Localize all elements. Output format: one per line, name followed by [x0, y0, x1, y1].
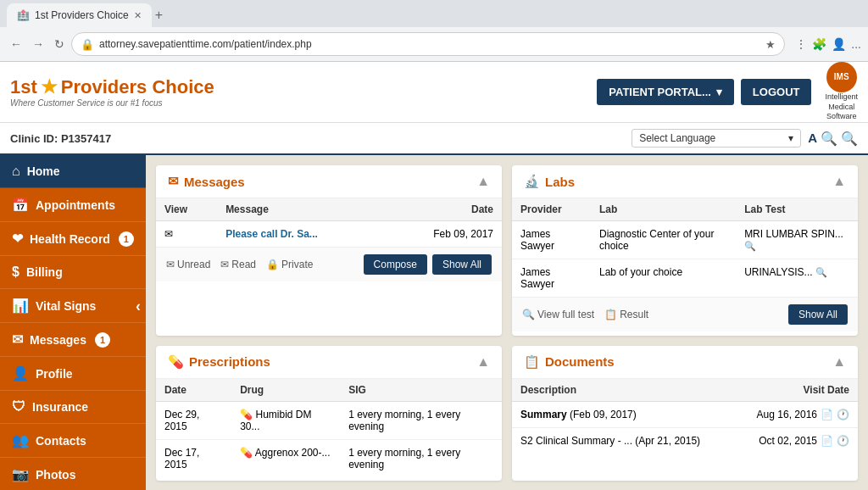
sidebar-item-vital-signs[interactable]: 📊 Vital Signs ‹ — [0, 289, 146, 323]
lab-search-icon[interactable]: 🔍 — [744, 241, 756, 251]
prescriptions-card-header: 💊 Prescriptions ▲ — [156, 346, 502, 379]
refresh-button[interactable]: ↻ — [51, 34, 68, 54]
result-link[interactable]: 📋 Result — [604, 309, 648, 320]
a-icon[interactable]: A — [808, 131, 817, 147]
mail-icon: ✉ — [164, 228, 173, 240]
sidebar-item-label: Profile — [36, 367, 73, 381]
photos-icon: 📷 — [12, 466, 29, 482]
patient-portal-button[interactable]: PATIENT PORTAL... ▾ — [597, 79, 734, 105]
sidebar-item-photos[interactable]: 📷 Photos — [0, 458, 146, 490]
doc-date-cell: Aug 16, 2016 📄 🕐 — [734, 402, 858, 428]
view-cell: ✉ — [156, 221, 217, 248]
doc-clock-icon[interactable]: 🕐 — [837, 409, 849, 420]
ims-logo: IMS Intelligent Medical Software — [825, 62, 858, 122]
url-text: attorney.savepatienttime.com/patient/ind… — [99, 38, 760, 50]
menu-button[interactable]: ⋮ — [795, 37, 807, 51]
col-lab: Lab — [591, 198, 736, 221]
sidebar-item-label: Photos — [36, 468, 75, 482]
sidebar-item-home[interactable]: ⌂ Home — [0, 155, 146, 188]
sidebar-item-label: Billing — [26, 265, 63, 279]
profile-button[interactable]: 👤 — [832, 37, 846, 51]
labs-card-header: 🔬 Labs ▲ — [512, 165, 858, 198]
back-button[interactable]: ← — [7, 34, 25, 54]
browser-chrome: 🏥 1st Providers Choice ✕ + ← → ↻ 🔒 attor… — [0, 0, 868, 62]
documents-card-body: Description Visit Date Summary (Feb 09, … — [512, 379, 858, 454]
result-icon: 📋 — [604, 309, 617, 320]
sidebar-item-messages[interactable]: ✉ Messages 1 — [0, 323, 146, 357]
messages-title-icon: ✉ — [168, 174, 179, 189]
compose-button[interactable]: Compose — [364, 254, 427, 275]
health-record-badge: 1 — [119, 231, 134, 247]
doc-clock-icon-2[interactable]: 🕐 — [837, 435, 849, 447]
logo-suffix: Providers Choice — [61, 76, 214, 98]
read-filter[interactable]: ✉ Read — [220, 259, 256, 270]
labs-card-title: 🔬 Labs — [524, 174, 575, 189]
search-icon-2[interactable]: 🔍 — [841, 131, 858, 147]
col-sig: SIG — [340, 379, 502, 402]
sidebar-item-insurance[interactable]: 🛡 Insurance — [0, 391, 146, 424]
active-tab[interactable]: 🏥 1st Providers Choice ✕ — [7, 3, 152, 27]
table-row: James Sawyer Lab of your choice URINALYS… — [512, 259, 858, 298]
sidebar-item-label: Home — [27, 164, 60, 178]
col-lab-test: Lab Test — [736, 198, 858, 221]
rx-date-cell: Dec 29, 2015 — [156, 401, 231, 439]
col-description: Description — [512, 379, 734, 402]
more-button[interactable]: ... — [851, 37, 861, 51]
sidebar-item-appointments[interactable]: 📅 Appointments — [0, 188, 146, 222]
messages-card-header: ✉ Messages ▲ — [156, 165, 502, 198]
sidebar-item-billing[interactable]: $ Billing — [0, 256, 146, 289]
sidebar-item-label: Contacts — [36, 434, 86, 448]
logout-button[interactable]: LOGOUT — [741, 79, 812, 105]
sidebar-item-label: Health Record — [30, 232, 110, 246]
sidebar-item-label: Messages — [30, 333, 86, 347]
content-area: ✉ Messages ▲ View Message Date — [146, 155, 868, 490]
dropdown-icon: ▾ — [716, 86, 722, 98]
lab-search-icon-2[interactable]: 🔍 — [815, 267, 827, 277]
messages-card-title: ✉ Messages — [168, 174, 245, 189]
documents-table: Description Visit Date Summary (Feb 09, … — [512, 379, 858, 454]
vital-signs-icon: 📊 — [12, 298, 29, 314]
private-filter[interactable]: 🔒 Private — [266, 259, 313, 270]
labs-showall-button[interactable]: Show All — [788, 304, 848, 325]
table-row: ✉ Please call Dr. Sa... Feb 09, 2017 — [156, 221, 502, 248]
search-icon[interactable]: 🔍 — [821, 131, 837, 147]
extensions-button[interactable]: 🧩 — [812, 37, 826, 51]
browser-nav: ← → ↻ 🔒 attorney.savepatienttime.com/pat… — [0, 27, 868, 61]
collapse-sidebar-btn[interactable]: ‹ — [136, 297, 146, 315]
pill-icon: 💊 — [240, 409, 253, 420]
messages-card-footer: ✉ Unread ✉ Read 🔒 Private Compose Show A… — [156, 247, 502, 281]
date-cell: Feb 09, 2017 — [384, 221, 502, 248]
search-icons: A 🔍 🔍 — [808, 131, 858, 147]
new-tab-button[interactable]: + — [155, 8, 163, 23]
ims-text: Intelligent Medical Software — [825, 92, 858, 122]
sidebar-item-profile[interactable]: 👤 Profile — [0, 357, 146, 391]
sidebar-item-health-record[interactable]: ❤ Health Record 1 — [0, 222, 146, 256]
labs-table: Provider Lab Lab Test James Sawyer Diagn… — [512, 198, 858, 297]
lab-cell: Lab of your choice — [591, 259, 736, 298]
logo-star: ★ — [41, 76, 58, 98]
messages-showall-button[interactable]: Show All — [432, 254, 492, 275]
view-full-test-link[interactable]: 🔍 View full test — [522, 309, 594, 320]
prescriptions-collapse-btn[interactable]: ▲ — [476, 354, 490, 370]
col-visit-date: Visit Date — [734, 379, 858, 402]
language-select[interactable]: Select Language ▾ — [632, 129, 801, 148]
close-tab-icon[interactable]: ✕ — [134, 10, 142, 21]
doc-file-icon-2[interactable]: 📄 — [821, 435, 833, 447]
logo-subtitle: Where Customer Service is our #1 focus — [10, 98, 214, 108]
search-icon: 🔍 — [522, 309, 535, 320]
unread-filter[interactable]: ✉ Unread — [166, 259, 210, 270]
sidebar-item-contacts[interactable]: 👥 Contacts — [0, 424, 146, 458]
doc-file-icon[interactable]: 📄 — [821, 409, 833, 420]
forward-button[interactable]: → — [29, 34, 47, 54]
rx-sig-cell: 1 every morning, 1 every evening — [340, 439, 502, 477]
documents-card: 📋 Documents ▲ Description Visit Date — [512, 346, 858, 482]
logout-label: LOGOUT — [753, 86, 800, 98]
labs-collapse-btn[interactable]: ▲ — [832, 174, 846, 189]
lock-icon: 🔒 — [266, 259, 279, 270]
messages-collapse-btn[interactable]: ▲ — [476, 174, 490, 189]
logo: 1st★Providers Choice — [10, 76, 214, 98]
lab-test-cell: MRI LUMBAR SPIN... 🔍 — [736, 221, 858, 259]
address-bar[interactable]: 🔒 attorney.savepatienttime.com/patient/i… — [71, 32, 785, 56]
documents-collapse-btn[interactable]: ▲ — [832, 354, 846, 370]
message-link[interactable]: Please call Dr. Sa... — [225, 228, 318, 240]
